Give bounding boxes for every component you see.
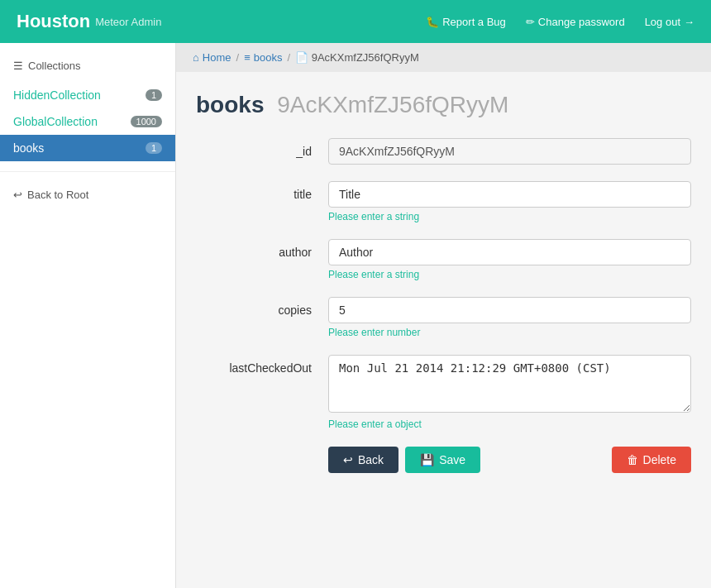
field-lastcheckedout-label: lastCheckedOut	[196, 355, 328, 375]
field-copies-input[interactable]	[328, 297, 691, 323]
home-icon: ⌂	[193, 51, 199, 64]
sidebar-item-badge: 1000	[131, 116, 162, 127]
sidebar-divider	[0, 171, 175, 172]
field-title-label: title	[196, 181, 328, 201]
sidebar-section-title: ☰ Collections	[0, 56, 175, 82]
field-author-input[interactable]	[328, 239, 691, 265]
page-title: books 9AcKXmfZJ56fQRyyM	[196, 92, 691, 118]
field-copies-hint: Please enter number	[328, 327, 691, 338]
brand-name: Houston	[17, 11, 90, 32]
sidebar-item-badge: 1	[146, 142, 162, 154]
trash-icon: 🗑	[627, 453, 638, 466]
back-button[interactable]: ↩ Back	[328, 447, 398, 473]
field-author-label: author	[196, 239, 328, 259]
breadcrumb-sep-2: /	[287, 51, 290, 64]
field-copies-wrap: Please enter number	[328, 297, 691, 338]
breadcrumb: ⌂ Home / ≡ books / 📄 9AcKXmfZJ56fQRyyM	[176, 43, 711, 72]
field-author-row: author Please enter a string	[196, 239, 691, 280]
field-lastcheckedout-hint: Please enter a object	[328, 418, 691, 430]
breadcrumb-home-link[interactable]: ⌂ Home	[193, 51, 231, 64]
form-actions: ↩ Back 💾 Save 🗑 Delete	[196, 447, 691, 473]
field-lastcheckedout-wrap: Mon Jul 21 2014 21:12:29 GMT+0800 (CST) …	[328, 355, 691, 430]
key-icon: ✏	[526, 16, 535, 28]
field-title-row: title Please enter a string	[196, 181, 691, 222]
field-author-wrap: Please enter a string	[328, 239, 691, 280]
logout-icon: →	[684, 16, 694, 28]
delete-button[interactable]: 🗑 Delete	[612, 447, 691, 473]
sidebar: ☰ Collections HiddenCollection 1 GlobalC…	[0, 43, 176, 588]
field-copies-row: copies Please enter number	[196, 297, 691, 338]
sidebar-item-label: GlobalCollection	[13, 115, 98, 128]
doc-icon: 📄	[295, 51, 308, 64]
back-arrow-icon: ↩	[13, 189, 22, 201]
books-icon: ≡	[244, 51, 251, 64]
field-id-row: _id	[196, 138, 691, 165]
field-author-hint: Please enter a string	[328, 269, 691, 280]
main-content: ⌂ Home / ≡ books / 📄 9AcKXmfZJ56fQRyyM b…	[176, 43, 711, 588]
sidebar-item-badge: 1	[146, 89, 162, 101]
field-title-input[interactable]	[328, 181, 691, 208]
sidebar-item-globalcollection[interactable]: GlobalCollection 1000	[0, 108, 175, 135]
field-id-input[interactable]	[328, 138, 691, 165]
undo-icon: ↩	[343, 453, 353, 466]
breadcrumb-record: 📄 9AcKXmfZJ56fQRyyM	[295, 51, 419, 64]
save-button[interactable]: 💾 Save	[405, 447, 480, 473]
field-title-wrap: Please enter a string	[328, 181, 691, 222]
change-password-link[interactable]: ✏ Change password	[526, 16, 625, 28]
header-nav: 🐛 Report a Bug ✏ Change password Log out…	[426, 16, 694, 28]
main-layout: ☰ Collections HiddenCollection 1 GlobalC…	[0, 43, 711, 588]
sidebar-item-label: HiddenCollection	[13, 88, 101, 102]
field-lastcheckedout-row: lastCheckedOut Mon Jul 21 2014 21:12:29 …	[196, 355, 691, 430]
field-id-label: _id	[196, 138, 328, 158]
logout-link[interactable]: Log out →	[645, 16, 694, 28]
breadcrumb-collection-link[interactable]: ≡ books	[244, 51, 282, 64]
sidebar-item-books[interactable]: books 1	[0, 135, 175, 161]
back-to-root-button[interactable]: ↩ Back to Root	[0, 182, 175, 208]
page-content: books 9AcKXmfZJ56fQRyyM _id title Please…	[176, 72, 711, 493]
field-copies-label: copies	[196, 297, 328, 317]
breadcrumb-sep-1: /	[236, 51, 240, 64]
report-bug-link[interactable]: 🐛 Report a Bug	[426, 16, 506, 28]
bug-icon: 🐛	[426, 16, 439, 28]
field-lastcheckedout-input[interactable]: Mon Jul 21 2014 21:12:29 GMT+0800 (CST)	[328, 355, 691, 413]
brand-subtitle: Meteor Admin	[95, 16, 161, 28]
save-icon: 💾	[420, 453, 434, 466]
sidebar-item-label: books	[13, 141, 44, 155]
app-header: Houston Meteor Admin 🐛 Report a Bug ✏ Ch…	[0, 0, 711, 43]
field-id-wrap	[328, 138, 691, 165]
field-title-hint: Please enter a string	[328, 211, 691, 222]
collections-icon: ☰	[13, 60, 23, 72]
sidebar-item-hiddencollection[interactable]: HiddenCollection 1	[0, 82, 175, 108]
